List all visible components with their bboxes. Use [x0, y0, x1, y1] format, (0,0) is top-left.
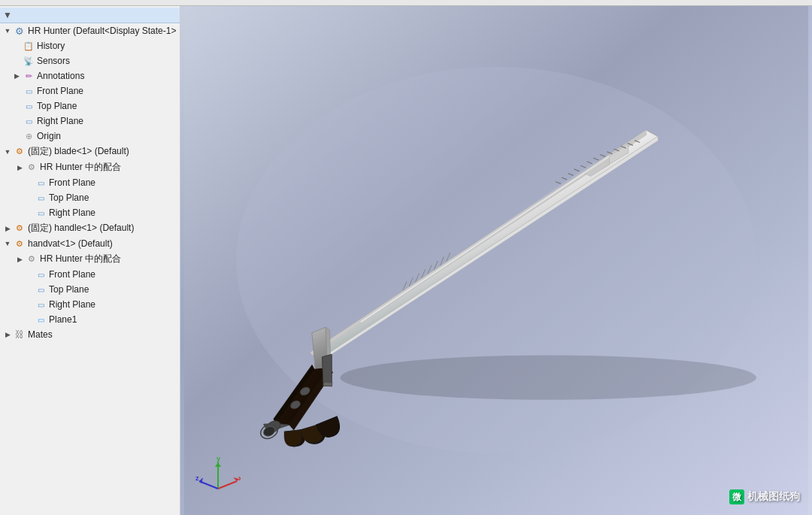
- wechat-icon: 微: [729, 489, 744, 504]
- sidebar-item-annotations[interactable]: ✏ Annotations: [0, 68, 180, 83]
- svg-line-44: [218, 481, 237, 489]
- history-icon: 📋: [23, 40, 35, 52]
- front-plane-icon: ▭: [23, 85, 35, 97]
- blade-top-label: Top Plane: [49, 192, 89, 203]
- handvat-right-arrow: [24, 300, 33, 309]
- sidebar-item-handvat-front[interactable]: ▭ Front Plane: [0, 267, 180, 282]
- handvat-front-arrow: [24, 270, 33, 279]
- svg-text:x: x: [238, 474, 241, 482]
- origin-label: Origin: [37, 131, 61, 141]
- blade-mate-label: HR Hunter 中的配合: [40, 161, 121, 174]
- sidebar-item-blade-front[interactable]: ▭ Front Plane: [0, 175, 180, 190]
- handle-icon: ⚙: [14, 223, 26, 235]
- sidebar-item-handle[interactable]: ⚙ (固定) handle<1> (Default): [0, 220, 180, 236]
- blade-right-arrow: [24, 208, 33, 217]
- watermark-text: 机械图纸狗: [747, 490, 800, 504]
- handvat-right-icon: ▭: [35, 298, 47, 311]
- handvat-icon: ⚙: [14, 238, 26, 250]
- blade-arrow[interactable]: [3, 147, 12, 156]
- handvat-arrow[interactable]: [3, 239, 12, 248]
- mates-icon: ⛓: [14, 329, 26, 341]
- main-area: ▼ ⚙ HR Hunter (Default<Display State-1> …: [0, 6, 812, 515]
- handvat-top-icon: ▭: [35, 283, 47, 295]
- tree-root-item[interactable]: ⚙ HR Hunter (Default<Display State-1>: [0, 23, 180, 38]
- toolbar: [0, 0, 812, 6]
- handvat-mate-arrow[interactable]: [15, 255, 24, 264]
- svg-line-50: [199, 481, 218, 489]
- front-plane-arrow: [12, 86, 21, 95]
- blade-front-icon: ▭: [35, 177, 47, 189]
- root-expand-arrow[interactable]: [3, 26, 12, 35]
- handvat-top-label: Top Plane: [49, 284, 89, 295]
- top-plane-label: Top Plane: [37, 101, 77, 111]
- svg-text:y: y: [217, 455, 220, 462]
- handvat-front-icon: ▭: [35, 268, 47, 280]
- blade-right-label: Right Plane: [49, 208, 95, 218]
- sidebar-item-plane1[interactable]: ▭ Plane1: [0, 312, 180, 327]
- sidebar-item-origin[interactable]: ⊕ Origin: [0, 129, 180, 144]
- sidebar-item-right-plane[interactable]: ▭ Right Plane: [0, 114, 180, 129]
- sidebar-item-handvat-mate[interactable]: ⚙ HR Hunter 中的配合: [0, 251, 180, 267]
- blade-right-icon: ▭: [35, 207, 47, 219]
- handvat-mate-label: HR Hunter 中的配合: [40, 253, 121, 265]
- history-arrow: [12, 41, 21, 50]
- sidebar-item-blade[interactable]: ⚙ (固定) blade<1> (Default): [0, 144, 180, 159]
- sensors-icon: 📡: [23, 55, 35, 67]
- 3d-viewport[interactable]: x y z 微 机械图纸狗: [180, 6, 812, 515]
- right-plane-icon: ▭: [23, 115, 35, 127]
- tree-container: ▼ ⚙ HR Hunter (Default<Display State-1> …: [0, 6, 180, 344]
- svg-text:z: z: [195, 474, 199, 482]
- sidebar-item-blade-top[interactable]: ▭ Top Plane: [0, 190, 180, 205]
- annotations-label: Annotations: [37, 71, 84, 81]
- handvat-front-label: Front Plane: [49, 269, 95, 280]
- filter-icon[interactable]: ▼: [3, 10, 12, 20]
- blade-mate-icon: ⚙: [26, 162, 38, 174]
- sidebar-item-front-plane[interactable]: ▭ Front Plane: [0, 83, 180, 98]
- handvat-top-arrow: [24, 285, 33, 294]
- history-label: History: [37, 41, 65, 51]
- annotations-icon: ✏: [23, 70, 35, 82]
- root-label: HR Hunter (Default<Display State-1>: [28, 26, 176, 36]
- right-plane-arrow: [12, 117, 21, 126]
- sidebar-resizer[interactable]: [177, 6, 180, 515]
- origin-arrow: [12, 132, 21, 141]
- blade-front-label: Front Plane: [49, 177, 95, 188]
- sidebar-item-handvat[interactable]: ⚙ handvat<1> (Default): [0, 236, 180, 251]
- sidebar-item-sensors[interactable]: 📡 Sensors: [0, 53, 180, 68]
- handvat-mate-icon: ⚙: [26, 253, 38, 265]
- sidebar-item-top-plane[interactable]: ▭ Top Plane: [0, 98, 180, 114]
- origin-icon: ⊕: [23, 130, 35, 142]
- plane1-label: Plane1: [49, 314, 77, 325]
- blade-label: (固定) blade<1> (Default): [28, 145, 129, 158]
- tree-header: ▼: [0, 8, 180, 23]
- axis-indicator: x y z: [195, 455, 241, 500]
- svg-point-43: [340, 356, 756, 400]
- knife-svg: [180, 6, 812, 515]
- handvat-right-label: Right Plane: [49, 299, 95, 310]
- handvat-label: handvat<1> (Default): [28, 238, 113, 249]
- blade-mate-arrow[interactable]: [15, 163, 24, 172]
- annotations-arrow[interactable]: [12, 71, 21, 80]
- root-icon: ⚙: [14, 25, 26, 37]
- feature-tree-sidebar: ▼ ⚙ HR Hunter (Default<Display State-1> …: [0, 6, 180, 515]
- blade-front-arrow: [24, 178, 33, 187]
- sidebar-item-blade-right[interactable]: ▭ Right Plane: [0, 205, 180, 220]
- right-plane-label: Right Plane: [37, 116, 83, 126]
- top-plane-arrow: [12, 101, 21, 111]
- watermark: 微 机械图纸狗: [729, 489, 800, 504]
- sensors-label: Sensors: [37, 56, 70, 66]
- mates-arrow[interactable]: [3, 330, 12, 339]
- svg-marker-48: [215, 462, 221, 467]
- mates-label: Mates: [28, 329, 53, 340]
- sidebar-item-blade-mate[interactable]: ⚙ HR Hunter 中的配合: [0, 159, 180, 175]
- plane1-arrow: [24, 315, 33, 324]
- blade-icon: ⚙: [14, 146, 26, 158]
- front-plane-label: Front Plane: [37, 86, 83, 96]
- blade-top-arrow: [24, 193, 33, 202]
- sidebar-item-handvat-top[interactable]: ▭ Top Plane: [0, 282, 180, 297]
- handle-arrow[interactable]: [3, 224, 12, 233]
- sidebar-item-history[interactable]: 📋 History: [0, 38, 180, 53]
- handle-label: (固定) handle<1> (Default): [28, 222, 134, 235]
- sidebar-item-handvat-right[interactable]: ▭ Right Plane: [0, 297, 180, 312]
- sidebar-item-mates[interactable]: ⛓ Mates: [0, 327, 180, 342]
